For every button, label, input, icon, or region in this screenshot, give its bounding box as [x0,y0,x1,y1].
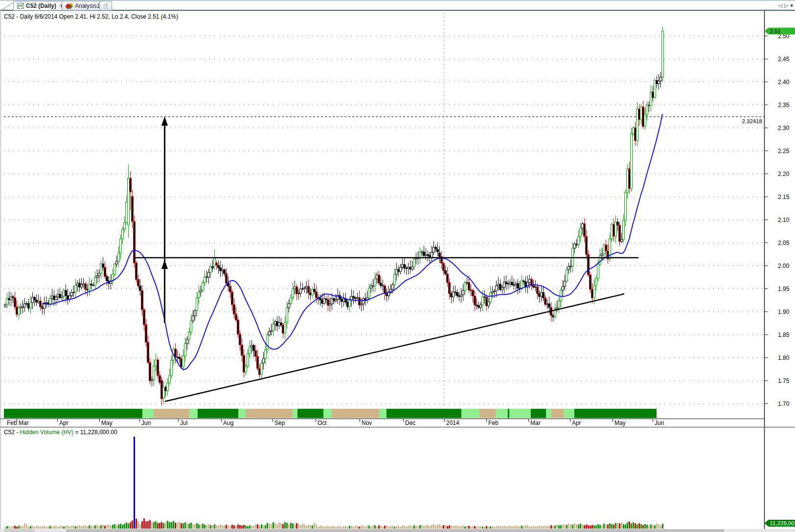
ribbon-segment [461,409,479,418]
time-axis-label: May [101,420,113,426]
chart-title: C52 - Daily 6/6/2014 Open 2.41, Hi 2.52,… [4,13,178,20]
price-axis-label: 2.35 [778,102,790,109]
scrollbar-thumb[interactable] [66,529,724,532]
time-axis-label: Feb [7,420,17,426]
time-axis-label: Jul [180,420,187,426]
scrollbar-segment [4,529,34,532]
level-line-label: 2.32418 [742,118,762,124]
volume-bars [4,437,663,529]
last-price-badge: 2.51 [765,28,795,35]
time-axis-label: Apr [572,420,581,426]
time-axis-label: May [614,420,626,426]
price-axis-label: 2.45 [778,56,790,63]
ribbon-segment [246,409,293,418]
time-axis: FebMarAprMayJunJulAugSepOctNovDec2014Feb… [7,419,664,426]
ribbon-segment [574,409,657,418]
charting-app-window: C52 (Daily) ✕ Analysis1 ◁ ▷ ▾ 2.502.452.… [0,0,795,532]
ribbon-segment [564,409,574,418]
price-axis-label: 1.70 [778,400,790,407]
price-axis-label: 1.85 [778,332,790,338]
ribbon-segment [531,409,546,418]
ribbon-segment [189,409,198,418]
ribbon-segment [496,409,508,418]
price-axis-label: 2.30 [778,125,790,132]
ribbon-segment [546,409,551,418]
price-axis-label: 2.15 [778,194,790,200]
ribbon-segment [509,409,531,418]
ribbon-segment [293,409,297,418]
price-axis-label: 2.10 [778,217,790,223]
ribbon-segment [479,409,496,418]
chart-canvas[interactable]: 2.502.452.402.352.302.252.202.152.102.05… [0,0,795,532]
arrow-head [161,116,168,126]
price-axis-label: 1.95 [778,286,790,292]
time-axis-label: Dec [405,420,415,426]
volume-title-symbol: C52 - [4,429,20,436]
volume-title-value: = 11,228,000.00 [73,429,117,436]
arrow-head [161,260,168,269]
volume-pane-title: C52 - Hidden Volume (HV) = 11,228,000.00 [4,429,117,436]
ribbon-segment [297,409,323,418]
indicator-ribbon [0,409,795,418]
ribbon-segment [332,409,379,418]
price-axis-label: 1.75 [778,377,790,384]
price-axis-label: 1.90 [778,309,790,315]
ribbon-segment [323,409,332,418]
time-axis-label: Mar [530,420,541,426]
price-axis-label: 2.20 [778,171,790,177]
horizontal-scrollbar[interactable] [0,529,795,532]
ribbon-segment [238,409,246,418]
volume-title-indicator: Hidden Volume (HV) [20,429,73,436]
ribbon-segment [386,409,461,418]
svg-text:11,228,00: 11,228,00 [770,520,795,526]
time-axis-label: Jun [141,420,151,426]
ribbon-segment [142,409,154,418]
ribbon-segment [154,409,189,418]
time-axis-label: Mar [19,420,29,426]
time-axis-label: 2014 [446,420,459,426]
ribbon-segment [551,409,564,418]
gridlines: 2.502.452.402.352.302.252.202.152.102.05… [4,33,790,407]
price-axis-label: 1.80 [778,355,790,361]
price-axis-label: 2.40 [778,79,790,86]
time-axis-label: Apr [59,420,68,426]
time-axis-label: Nov [362,420,372,426]
price-axis-label: 2.00 [778,263,790,269]
time-axis-label: Aug [223,420,233,426]
time-axis-label: Sep [274,420,285,426]
time-axis-label: Jun [655,420,664,426]
volume-value-badge: 11,228,00 [765,520,795,527]
time-axis-label: Feb [488,420,499,426]
ribbon-segment [379,409,386,418]
price-axis-label: 2.25 [778,148,790,155]
candlesticks [4,26,664,406]
price-axis-label: 2.05 [778,240,790,246]
ribbon-segment [4,409,142,418]
svg-text:2.51: 2.51 [770,28,781,34]
ribbon-segment [198,409,238,418]
time-axis-label: Oct [318,420,327,426]
